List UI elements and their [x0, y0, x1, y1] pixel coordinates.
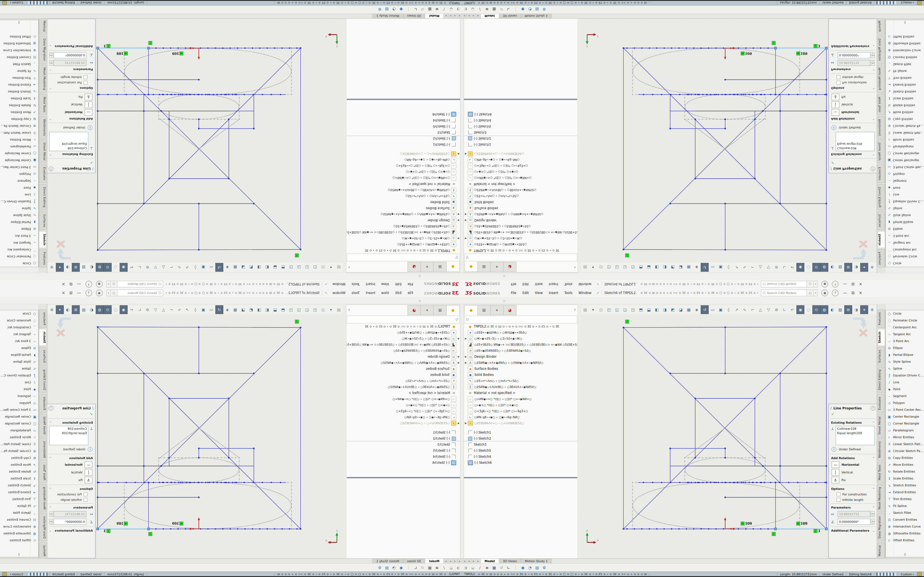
- tool-circular-sketch-pattern[interactable]: ⊛Circular Sketch Pattern: [886, 448, 924, 455]
- tool-stretch-entities[interactable]: ↘Stretch Entities: [886, 482, 924, 489]
- tool-equation-driven-curve[interactable]: ƒEquation Driven Curve: [0, 372, 38, 379]
- tool-circular-sketch-pattern[interactable]: ⊛Circular Sketch Pattern: [0, 448, 38, 455]
- section-existing-relations[interactable]: Existing Relations⌃: [829, 419, 877, 425]
- tool-rotate-entities[interactable]: ↻Rotate Entities: [886, 102, 924, 109]
- pin-icon[interactable]: ↗: [325, 291, 328, 295]
- spinner-buttons[interactable]: ▴▾: [49, 60, 53, 66]
- tree-item[interactable]: (-) Sketch5: [464, 123, 577, 129]
- checkbox[interactable]: [84, 492, 87, 496]
- bottom-tool-icon-2[interactable]: ∕: [476, 566, 483, 570]
- bottom-tool-icon-3[interactable]: ≡: [433, 566, 441, 570]
- panel-expand-icon[interactable]: ›: [349, 308, 350, 311]
- fm-tab-display-manager[interactable]: ◕: [407, 305, 421, 315]
- fm-tab-configuration[interactable]: ⌖: [420, 305, 434, 315]
- ok-button[interactable]: ✓: [829, 411, 877, 417]
- menu-window[interactable]: Window: [575, 281, 594, 287]
- tree-item[interactable]: ▶A○Ƨ5ИN◉∘+Λ+◉ИNΛ○ ∘ ○ΛNИ◉+Λ+∘◉NИ5Ƨ○: [347, 359, 460, 366]
- command-tab-sketch[interactable]: Sketch: [877, 329, 885, 346]
- tree-item[interactable]: (-) Sketch6: [464, 111, 577, 117]
- tool-3-point-center-recta-[interactable]: ▭3 Point Center Recta...: [886, 406, 924, 413]
- doc-tab-3d-views[interactable]: 3D Views: [403, 13, 425, 18]
- tool-center-rectangle[interactable]: ▣Center Rectangle: [0, 413, 38, 420]
- tree-item[interactable]: (-) Sketch4: [464, 454, 577, 460]
- option-for-construction[interactable]: For construction: [47, 492, 95, 497]
- close-button[interactable]: ×: [61, 290, 65, 295]
- bottom-tool-icon-0[interactable]: ◑: [455, 7, 462, 11]
- tree-item[interactable]: (-) Sketch6: [347, 460, 460, 466]
- tool-copy-entities[interactable]: ⧉Copy Entities: [0, 455, 38, 461]
- section-add-relations[interactable]: Add Relations⌃: [47, 455, 95, 461]
- bottom-tool-icon-0[interactable]: ◑: [462, 566, 469, 570]
- tree-item[interactable]: Σ○Ƨ5ИN◉∘+ΛU¤ƎE○ ∘ ○ƎE¤UΛ+∘◉NИ5Ƨ○: [347, 187, 460, 193]
- relations-list[interactable]: Collinear108Equal length109: [836, 426, 875, 445]
- expander-icon[interactable]: ▶: [456, 219, 460, 222]
- bottom-tool-icon-8[interactable]: ◉: [519, 566, 527, 570]
- cancel-sketch-icon[interactable]: [860, 330, 866, 336]
- expander-icon[interactable]: ▶: [464, 422, 468, 424]
- tree-item[interactable]: ▟○Ƨ5+ƎEƧ5○ ИN◉∘+ ⊃⊂ƎEUƎEƧ5○ ∘ ○5ƧƎEUƎE⊂⊃…: [464, 229, 577, 235]
- command-tab-mesh-modeling[interactable]: Mesh Modeling: [877, 484, 885, 513]
- command-tab-sketch[interactable]: Sketch: [877, 231, 885, 248]
- bottom-tool-icon-9[interactable]: ◔: [391, 7, 397, 11]
- tree-item[interactable]: ∟○ИN∘g6∘∙◉○ ∘ ○◉∙∘6g∘NИ○: [464, 157, 577, 163]
- spinner-buttons[interactable]: ▴▾: [871, 519, 875, 524]
- search-dropdown-icon[interactable]: ▾: [814, 290, 817, 296]
- close-button[interactable]: ×: [61, 282, 65, 287]
- tool-style-spline[interactable]: ∿Style Spline: [0, 212, 38, 219]
- command-tab-features[interactable]: Features: [877, 309, 885, 328]
- command-tab-markup[interactable]: Markup: [877, 542, 885, 559]
- command-tab-sketch[interactable]: Sketch: [39, 231, 47, 248]
- bottom-tool-icon-9[interactable]: ◔: [527, 566, 533, 570]
- tool-parallelogram[interactable]: ▱Parallelogram: [886, 427, 924, 434]
- search-icon[interactable]: ○: [110, 281, 117, 287]
- tool-centerpoint-arc[interactable]: ⌒Centerpoint Arc: [0, 324, 38, 331]
- tag-icon[interactable]: [917, 1, 922, 5]
- tree-item[interactable]: ▶▮○Ƨ5ƎEИNΛU+○ ∘ ○+UΛNИƎE5Ƨ○: [347, 151, 460, 157]
- menu-file[interactable]: File: [404, 281, 416, 287]
- command-tab-surfaces[interactable]: Surfaces: [39, 211, 47, 230]
- panel-help-icon[interactable]: ?: [48, 166, 53, 171]
- tree-item[interactable]: ▱○+ИN◉∙+○ *⊡[○ ∘ ○]⊡* ○+∙◉NИ+○: [464, 396, 577, 402]
- command-tab-sheet-metal[interactable]: Sheet Metal: [39, 414, 47, 437]
- section-options[interactable]: Options⌃: [829, 486, 877, 492]
- tool-scale-entities[interactable]: ↕Scale Entities: [886, 95, 924, 102]
- tool-stretch-entities[interactable]: ↘Stretch Entities: [0, 88, 38, 95]
- menu-tools[interactable]: Tools: [561, 290, 575, 296]
- vertical-icon[interactable]: │: [85, 469, 92, 475]
- command-tab-sheet-metal[interactable]: Sheet Metal: [877, 140, 885, 163]
- menu-tools[interactable]: Tools: [561, 281, 575, 287]
- expander-icon[interactable]: ▶: [456, 355, 460, 358]
- bottom-tool-icon-4[interactable]: ▦: [491, 566, 498, 570]
- add-relation-horizontal[interactable]: —Horizontal: [47, 461, 95, 469]
- tree-item[interactable]: (-) Sketch1: [464, 429, 577, 435]
- command-tab-surfaces[interactable]: Surfaces: [877, 347, 885, 366]
- parameter-value-field[interactable]: 10.88152731: [838, 511, 871, 517]
- more-tools-icon[interactable]: ∨∨: [0, 21, 38, 24]
- tool-linear-sketch-pattern[interactable]: ⠿Linear Sketch Pattern: [886, 441, 924, 448]
- tool-circular-sketch-pattern[interactable]: ⊛Circular Sketch Pattern: [886, 122, 924, 129]
- tool-trim-entities[interactable]: ⊤Trim Entities: [0, 74, 38, 81]
- tool-linear-sketch-pattern[interactable]: ⠿Linear Sketch Pattern: [0, 129, 38, 136]
- menu-window[interactable]: Window: [330, 281, 349, 287]
- expander-icon[interactable]: ▶: [456, 213, 460, 216]
- parameter-value-field[interactable]: 10.88152731: [53, 60, 86, 66]
- fix-icon[interactable]: ⚓: [832, 94, 839, 100]
- fix-icon[interactable]: ⚓: [85, 477, 92, 483]
- account-icon[interactable]: ◉: [96, 290, 103, 296]
- search-input[interactable]: ⬡ Search CAD Models: [117, 281, 163, 287]
- more-tools-icon[interactable]: ∨∨: [0, 553, 38, 556]
- tool-ellipse[interactable]: ⊖Ellipse: [886, 345, 924, 351]
- tool-spline[interactable]: ∿Spline: [0, 365, 38, 372]
- fm-tab-property-tab[interactable]: ⊞: [477, 262, 491, 272]
- restore-button[interactable]: ⧉: [851, 290, 855, 295]
- doc-tab-nav-icon[interactable]: ◀: [453, 559, 457, 564]
- tree-item[interactable]: (-) Sketch2: [347, 435, 460, 442]
- more-tools-icon[interactable]: ∨∨: [886, 553, 924, 556]
- tool-segment[interactable]: –Segment: [0, 177, 38, 184]
- section-existing-relations[interactable]: Existing Relations⌃: [829, 152, 877, 158]
- tool-segment[interactable]: –Segment: [886, 177, 924, 184]
- tree-item[interactable]: (-) Sketch5: [347, 123, 460, 129]
- tool-stretch-entities[interactable]: ↘Stretch Entities: [0, 482, 38, 489]
- close-button[interactable]: ×: [859, 282, 863, 287]
- parameter-value-field[interactable]: 0.00000000°: [53, 519, 86, 525]
